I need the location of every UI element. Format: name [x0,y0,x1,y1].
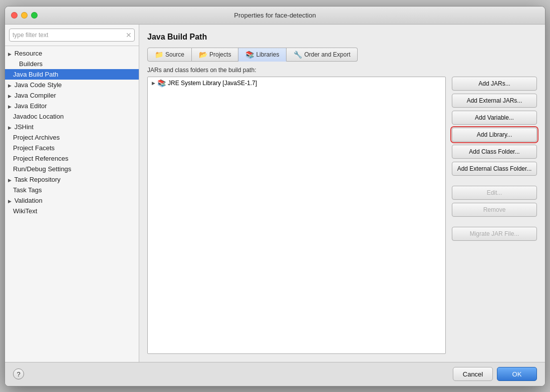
titlebar: Properties for face-detection [5,7,545,25]
sidebar-item-java-code-style[interactable]: ▶ Java Code Style [5,80,139,90]
add-variable-button[interactable]: Add Variable... [452,111,537,125]
sidebar-item-project-archives[interactable]: Project Archives [5,132,139,143]
remove-button[interactable]: Remove [452,203,537,217]
tab-order-export-label: Order and Export [304,51,350,58]
arrow-icon: ▶ [8,104,12,109]
main-content: ✕ ▶ Resource Builders Java Build Path [5,25,545,362]
minimize-button[interactable] [21,12,28,19]
filter-clear-icon[interactable]: ✕ [126,31,132,39]
sidebar-item-java-compiler[interactable]: ▶ Java Compiler [5,90,139,101]
library-tree-panel: ▶ 📚 JRE System Library [JavaSE-1.7] [147,77,446,354]
filter-wrap: ✕ [5,25,139,46]
sidebar-list: ▶ Resource Builders Java Build Path ▶ Ja… [5,46,139,362]
sidebar: ✕ ▶ Resource Builders Java Build Path [5,25,139,362]
close-button[interactable] [11,12,18,19]
tree-item-jre-label: JRE System Library [JavaSE-1.7] [168,80,257,87]
sidebar-item-label: Java Build Path [13,71,58,78]
order-export-tab-icon: 🔧 [294,51,302,59]
filter-input[interactable] [9,29,135,42]
arrow-icon: ▶ [8,178,12,183]
bottom-right: Cancel OK [453,367,537,381]
sidebar-item-java-build-path[interactable]: Java Build Path [5,69,139,80]
window-controls [11,12,38,19]
tab-libraries[interactable]: 📚 Libraries [238,48,287,62]
main-panel: Java Build Path 📁 Source 📂 Projects 📚 Li… [139,25,545,362]
sidebar-item-label: JSHint [15,123,34,131]
sidebar-item-label: Project References [13,155,69,162]
sidebar-item-jshint[interactable]: ▶ JSHint [5,122,139,132]
sidebar-item-label: WikiText [13,207,37,215]
tree-arrow-icon: ▶ [152,81,155,86]
sidebar-item-label: Run/Debug Settings [13,165,71,173]
tab-order-export[interactable]: 🔧 Order and Export [287,48,358,62]
add-external-jars-button[interactable]: Add External JARs... [452,94,537,108]
add-library-button[interactable]: Add Library... [452,128,537,142]
sidebar-item-builders[interactable]: Builders [5,59,139,69]
sidebar-item-project-references[interactable]: Project References [5,153,139,164]
sidebar-item-label: Task Tags [13,186,42,194]
button-spacer-1 [452,179,537,183]
arrow-icon: ▶ [8,199,12,204]
panel-body: ▶ 📚 JRE System Library [JavaSE-1.7] Add … [147,77,537,354]
sidebar-item-validation[interactable]: ▶ Validation [5,195,139,206]
library-tree[interactable]: ▶ 📚 JRE System Library [JavaSE-1.7] [148,77,445,353]
bottom-left: ? [13,368,24,379]
library-description: JARs and class folders on the build path… [147,67,537,74]
bottom-bar: ? Cancel OK [5,362,545,386]
sidebar-item-label: Java Compiler [15,92,56,99]
sidebar-item-project-facets[interactable]: Project Facets [5,143,139,153]
sidebar-item-label: Java Code Style [15,81,62,89]
arrow-icon: ▶ [8,125,12,130]
sidebar-item-javadoc-location[interactable]: Javadoc Location [5,111,139,122]
arrow-icon: ▶ [8,83,12,88]
edit-button[interactable]: Edit... [452,186,537,200]
arrow-icon: ▶ [8,52,12,57]
sidebar-item-label: Validation [15,197,43,204]
libraries-tab-icon: 📚 [245,51,254,59]
button-spacer-2 [452,220,537,224]
ok-button[interactable]: OK [497,367,537,381]
add-external-class-folder-button[interactable]: Add External Class Folder... [452,162,537,176]
add-class-folder-button[interactable]: Add Class Folder... [452,145,537,159]
tab-libraries-label: Libraries [256,51,279,58]
sidebar-item-wikitext[interactable]: WikiText [5,206,139,216]
sidebar-item-resource[interactable]: ▶ Resource [5,48,139,59]
sidebar-item-label: Project Facets [13,144,55,152]
projects-tab-icon: 📂 [199,51,207,59]
source-tab-icon: 📁 [155,51,163,59]
sidebar-item-label: Project Archives [13,134,60,141]
tab-source-label: Source [165,51,184,58]
migrate-jar-button[interactable]: Migrate JAR File... [452,227,537,241]
arrow-icon: ▶ [8,94,12,99]
action-buttons: Add JARs... Add External JARs... Add Var… [452,77,537,354]
sidebar-item-run-debug[interactable]: Run/Debug Settings [5,164,139,174]
panel-title: Java Build Path [147,33,537,42]
jre-icon: 📚 [157,79,166,87]
tab-projects[interactable]: 📂 Projects [192,48,238,62]
sidebar-item-label: Builders [19,60,43,68]
sidebar-item-task-repository[interactable]: ▶ Task Repository [5,174,139,185]
sidebar-item-label: Task Repository [14,176,60,183]
sidebar-item-java-editor[interactable]: ▶ Java Editor [5,101,139,111]
window-title: Properties for face-detection [234,12,316,19]
cancel-button[interactable]: Cancel [453,367,493,381]
tree-item-jre[interactable]: ▶ 📚 JRE System Library [JavaSE-1.7] [148,77,445,89]
help-button[interactable]: ? [13,368,24,379]
sidebar-item-label: Java Editor [15,102,47,110]
sidebar-item-label: Javadoc Location [13,113,64,120]
tab-projects-label: Projects [209,51,231,58]
properties-dialog: Properties for face-detection ✕ ▶ Resour… [5,6,545,386]
tabs-row: 📁 Source 📂 Projects 📚 Libraries 🔧 Order … [147,48,537,62]
sidebar-item-task-tags[interactable]: Task Tags [5,185,139,195]
maximize-button[interactable] [31,12,38,19]
tab-source[interactable]: 📁 Source [147,48,192,62]
add-jars-button[interactable]: Add JARs... [452,77,537,91]
sidebar-item-label: Resource [15,50,43,57]
